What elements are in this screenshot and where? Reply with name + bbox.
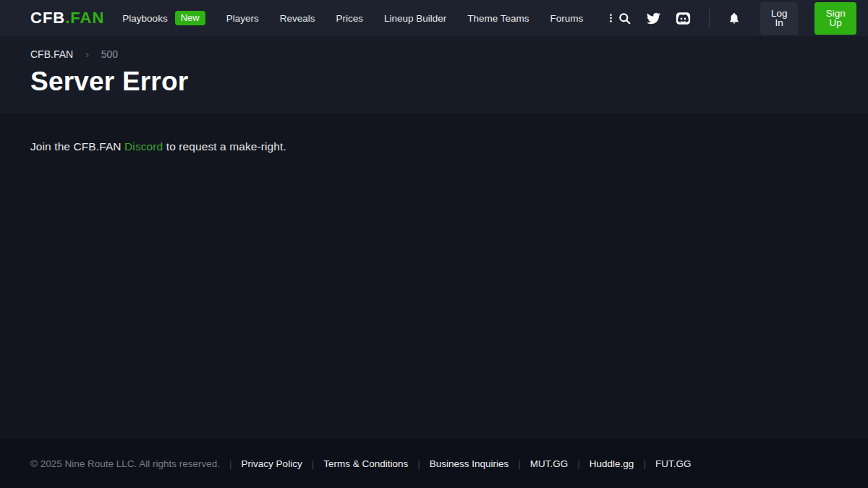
- nav-item-players[interactable]: Players: [226, 13, 259, 24]
- breadcrumb-separator-icon: ›: [85, 48, 89, 60]
- breadcrumb-home-link[interactable]: CFB.FAN: [30, 48, 73, 60]
- page-title: Server Error: [30, 68, 838, 95]
- footer-link-terms-conditions[interactable]: Terms & Conditions: [323, 458, 408, 469]
- brand-logo[interactable]: CFB.FAN: [30, 9, 104, 27]
- page-header: CFB.FAN › 500 Server Error: [0, 36, 868, 114]
- footer-divider: |: [312, 458, 315, 469]
- main-nav: Playbooks New Players Reveals Prices Lin…: [122, 10, 618, 26]
- nav-item-label: Playbooks: [122, 13, 167, 24]
- footer-divider: |: [577, 458, 580, 469]
- footer-divider: |: [417, 458, 420, 469]
- nav-item-lineup-builder[interactable]: Lineup Builder: [384, 13, 446, 24]
- twitter-icon[interactable]: [647, 12, 660, 25]
- footer-divider: |: [229, 458, 232, 469]
- search-icon[interactable]: [618, 12, 631, 25]
- breadcrumb: CFB.FAN › 500: [30, 48, 838, 60]
- copyright-text: © 2025 Nine Route LLC. All rights reserv…: [30, 458, 220, 469]
- discord-link[interactable]: Discord: [124, 140, 163, 153]
- brand-logo-fan: .FAN: [65, 9, 104, 27]
- nav-item-theme-teams[interactable]: Theme Teams: [467, 13, 529, 24]
- error-message-after: to request a make-right.: [163, 140, 286, 153]
- error-message: Join the CFB.FAN Discord to request a ma…: [30, 140, 838, 153]
- navbar-divider: [709, 9, 710, 27]
- footer-link-futgg[interactable]: FUT.GG: [655, 458, 692, 469]
- notifications-bell-icon[interactable]: [728, 12, 741, 25]
- nav-item-playbooks[interactable]: Playbooks New: [122, 11, 205, 25]
- footer-link-huddlegg[interactable]: Huddle.gg: [590, 458, 634, 469]
- kebab-menu-icon[interactable]: [604, 10, 618, 26]
- top-navbar: CFB.FAN Playbooks New Players Reveals Pr…: [0, 0, 868, 36]
- signup-button[interactable]: Sign Up: [814, 2, 856, 35]
- new-badge: New: [175, 11, 205, 25]
- brand-logo-cfb: CFB: [30, 9, 65, 27]
- breadcrumb-current: 500: [101, 48, 118, 60]
- nav-item-forums[interactable]: Forums: [550, 13, 584, 24]
- nav-item-reveals[interactable]: Reveals: [280, 13, 315, 24]
- main-content: Join the CFB.FAN Discord to request a ma…: [0, 114, 868, 439]
- login-button[interactable]: Log In: [760, 2, 799, 35]
- footer-link-privacy-policy[interactable]: Privacy Policy: [242, 458, 302, 469]
- footer-divider: |: [643, 458, 646, 469]
- discord-icon[interactable]: [676, 11, 691, 26]
- footer: © 2025 Nine Route LLC. All rights reserv…: [0, 439, 868, 488]
- footer-link-business-inquiries[interactable]: Business Inquiries: [430, 458, 509, 469]
- navbar-actions: Log In Sign Up: [618, 2, 856, 35]
- footer-link-mutgg[interactable]: MUT.GG: [530, 458, 569, 469]
- nav-item-prices[interactable]: Prices: [336, 13, 363, 24]
- footer-divider: |: [518, 458, 521, 469]
- error-message-before: Join the CFB.FAN: [30, 140, 124, 153]
